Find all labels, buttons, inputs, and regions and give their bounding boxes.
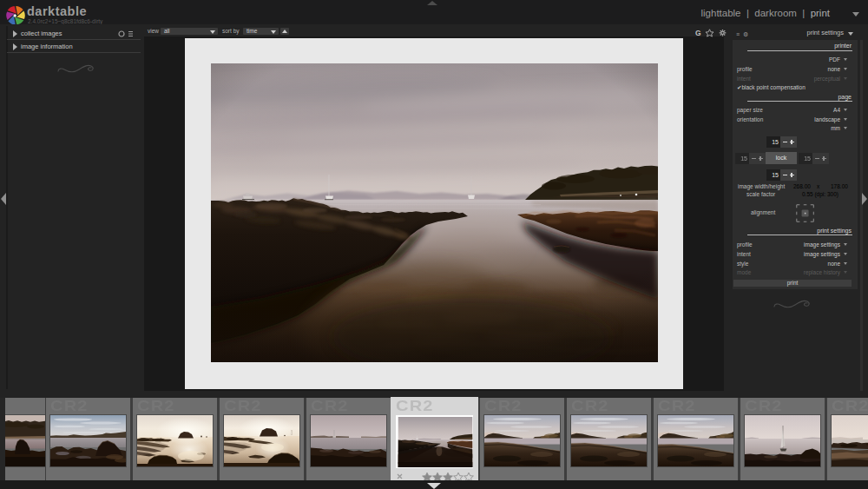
- svg-text:G: G: [695, 29, 701, 37]
